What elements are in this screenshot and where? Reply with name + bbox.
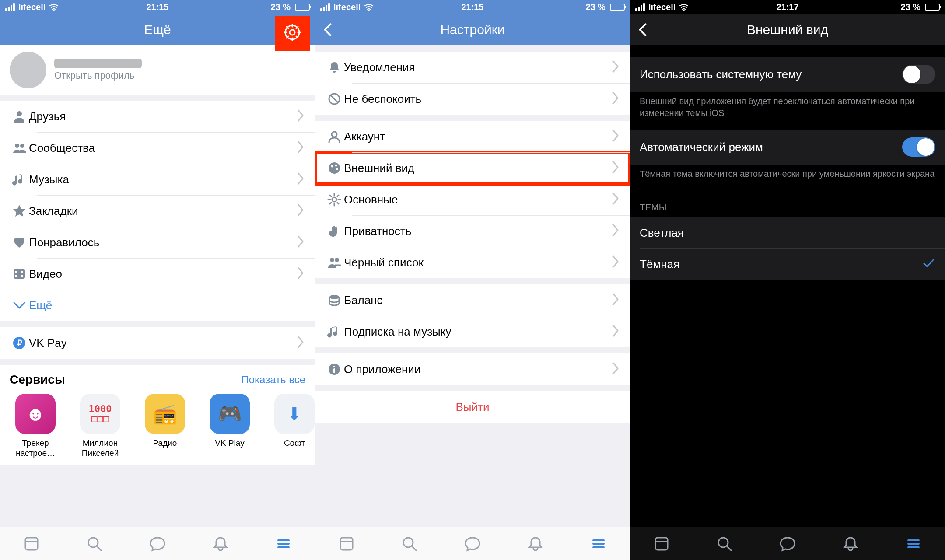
chevron-right-icon — [612, 362, 620, 376]
battery-icon — [610, 4, 625, 10]
wifi-icon — [679, 2, 689, 12]
chevron-right-icon — [298, 141, 305, 155]
menu-friends[interactable]: Друзья — [0, 101, 315, 132]
profile-row[interactable]: Открыть профиль — [0, 46, 315, 94]
tab-notifications[interactable] — [504, 527, 567, 560]
tab-search[interactable] — [378, 527, 441, 560]
profile-name-redacted — [54, 59, 142, 68]
carrier-label: lifecell — [18, 2, 46, 12]
page-title: Настройки — [347, 22, 598, 37]
settings-about[interactable]: О приложении — [315, 354, 630, 385]
settings-notifications[interactable]: Уведомления — [315, 52, 630, 83]
chevron-right-icon — [612, 60, 620, 74]
tab-menu[interactable] — [567, 527, 630, 560]
chevron-right-icon — [612, 192, 620, 206]
panel-settings: lifecell 21:15 23 % Настройки Уведомлени… — [315, 0, 630, 560]
service-million-pixels[interactable]: 1000□□□ Миллион Пикселей — [74, 394, 126, 458]
chevron-right-icon — [612, 92, 620, 106]
settings-account[interactable]: Аккаунт — [315, 121, 630, 152]
tab-search[interactable] — [693, 527, 756, 560]
settings-button[interactable] — [275, 16, 310, 51]
tab-feed[interactable] — [630, 527, 693, 560]
info-icon — [325, 362, 344, 376]
back-icon — [638, 23, 648, 36]
chevron-right-icon — [298, 109, 305, 123]
panel-more: lifecell 21:15 23 % Ещё Открыть профиль — [0, 0, 315, 560]
battery-icon — [295, 4, 310, 10]
menu-communities[interactable]: Сообщества — [0, 132, 315, 164]
panel-appearance: lifecell 21:17 23 % Внешний вид Использо… — [630, 0, 945, 560]
settings-balance[interactable]: Баланс — [315, 284, 630, 316]
tab-messages[interactable] — [756, 527, 819, 560]
account-icon — [325, 130, 344, 144]
theme-light-option[interactable]: Светлая — [630, 217, 945, 248]
status-bar: lifecell 21:15 23 % — [315, 0, 630, 14]
status-bar: lifecell 21:17 23 % — [630, 0, 945, 14]
tab-notifications[interactable] — [819, 527, 882, 560]
signal-icon — [5, 3, 15, 11]
tab-menu[interactable] — [252, 527, 315, 560]
clock: 21:15 — [107, 2, 208, 12]
settings-music-sub[interactable]: Подписка на музыку — [315, 316, 630, 347]
chevron-right-icon — [298, 204, 305, 218]
back-button[interactable] — [323, 23, 347, 36]
carrier-label: lifecell — [333, 2, 360, 12]
back-icon — [323, 23, 332, 36]
avatar — [10, 52, 46, 88]
services-scroll[interactable]: ☻ Трекер настрое… 1000□□□ Миллион Пиксел… — [0, 391, 315, 466]
coins-icon — [325, 293, 344, 307]
service-radio[interactable]: 📻 Радио — [139, 394, 191, 458]
header: Внешний вид — [630, 14, 945, 46]
tab-menu[interactable] — [882, 527, 945, 560]
music-sub-icon — [325, 325, 344, 339]
chevron-right-icon — [612, 325, 620, 339]
chevron-down-icon — [10, 298, 29, 312]
battery-pct: 23 % — [900, 2, 920, 12]
ban-icon — [325, 92, 344, 106]
theme-dark-option[interactable]: Тёмная — [630, 248, 945, 280]
settings-general[interactable]: Основные — [315, 184, 630, 215]
settings-blacklist[interactable]: Чёрный список — [315, 247, 630, 278]
menu-liked[interactable]: Понравилось — [0, 227, 315, 258]
tab-feed[interactable] — [0, 527, 63, 560]
setting-auto-mode[interactable]: Автоматический режим — [630, 130, 945, 164]
group-icon — [10, 141, 29, 155]
auto-mode-desc: Тёмная тема включится автоматически при … — [630, 164, 945, 190]
menu-video[interactable]: Видео — [0, 258, 315, 290]
chevron-right-icon — [298, 336, 305, 350]
service-tracker[interactable]: ☻ Трекер настрое… — [10, 394, 61, 458]
service-vkplay[interactable]: 🎮 VK Play — [204, 394, 256, 458]
system-theme-toggle[interactable] — [902, 65, 935, 84]
settings-appearance[interactable]: Внешний вид — [315, 152, 630, 184]
tab-search[interactable] — [63, 527, 126, 560]
tab-messages[interactable] — [126, 527, 189, 560]
tab-messages[interactable] — [441, 527, 504, 560]
menu-music[interactable]: Музыка — [0, 164, 315, 195]
heart-icon — [10, 235, 29, 249]
carrier-label: lifecell — [648, 2, 676, 12]
page-title: Ещё — [32, 22, 283, 37]
chevron-right-icon — [298, 235, 305, 249]
tab-notifications[interactable] — [189, 527, 252, 560]
chevron-right-icon — [612, 224, 620, 238]
menu-bookmarks[interactable]: Закладки — [0, 195, 315, 227]
logout-button[interactable]: Выйти — [315, 391, 630, 423]
video-icon — [10, 267, 29, 281]
setting-system-theme[interactable]: Использовать системную тему — [630, 57, 945, 92]
menu-more[interactable]: Ещё — [0, 290, 315, 321]
settings-privacy[interactable]: Приватность — [315, 215, 630, 247]
signal-icon — [320, 3, 330, 11]
chevron-right-icon — [298, 172, 305, 186]
palette-icon — [325, 161, 344, 175]
tabbar — [630, 527, 945, 560]
settings-dnd[interactable]: Не беспокоить — [315, 83, 630, 115]
services-show-all[interactable]: Показать все — [241, 374, 305, 386]
system-theme-desc: Внешний вид приложения будет переключать… — [630, 92, 945, 130]
back-button[interactable] — [638, 23, 662, 36]
service-soft[interactable]: ⬇ Софт — [269, 394, 315, 458]
chevron-right-icon — [612, 256, 620, 270]
menu-vkpay[interactable]: VK Pay — [0, 327, 315, 359]
tab-feed[interactable] — [315, 527, 378, 560]
auto-mode-toggle[interactable] — [902, 137, 935, 157]
gear-icon — [283, 23, 301, 43]
